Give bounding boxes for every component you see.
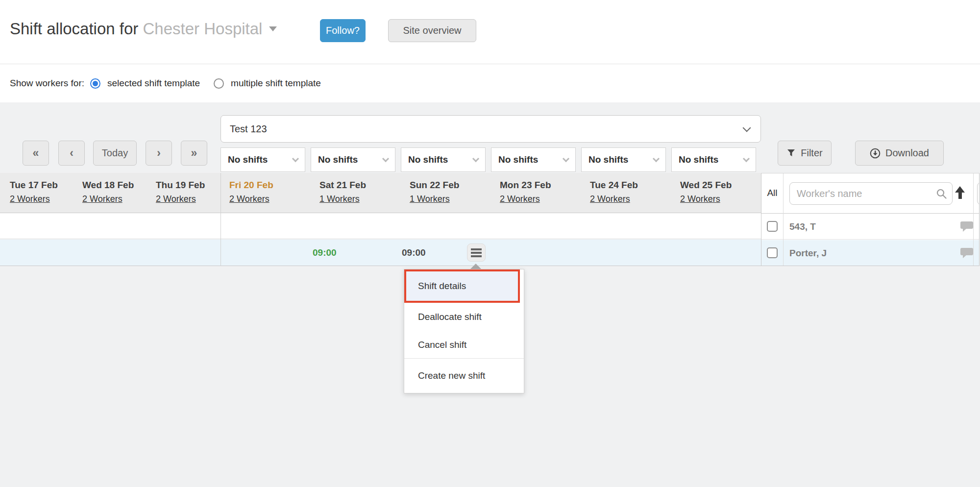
workers-link[interactable]: 2 Workers [229,194,270,204]
hamburger-icon [471,248,482,250]
shift-dropdown-value: No shifts [498,154,538,165]
shift-dropdown-sun[interactable]: No shifts [401,147,486,172]
page-title: Shift allocation for Chester Hospital [10,20,277,38]
sort-ascending-icon[interactable] [955,186,965,200]
schedule-row-543t [0,213,761,239]
shift-dropdown-sat[interactable]: No shifts [311,147,395,172]
filter-button-label: Filter [801,147,822,159]
menu-item-shift-details[interactable]: Shift details [404,269,520,303]
day-date: Tue 24 Feb [590,180,671,191]
nav-today-button[interactable]: Today [93,141,137,166]
grid-divider [220,173,221,266]
day-column-sat21: Sat 21 Feb 1 Workers [311,173,401,213]
site-name: Chester Hospital [143,20,262,38]
menu-item-cancel-shift[interactable]: Cancel shift [404,331,524,358]
schedule-row-porterj [0,240,761,266]
day-column-fri20-today: Fri 20 Feb 2 Workers [220,173,311,213]
filter-icon [786,148,796,158]
chevron-down-icon [472,155,479,162]
panel-divider [973,173,974,266]
day-column-mon23: Mon 23 Feb 2 Workers [491,173,581,213]
day-column-tue24: Tue 24 Feb 2 Workers [581,173,671,213]
shift-dropdown-value: No shifts [318,154,358,165]
cutoff-control [977,182,980,205]
worker-search-input[interactable] [789,182,953,205]
shift-dropdown-fri[interactable]: No shifts [220,147,305,172]
day-date: Wed 18 Feb [82,180,147,191]
filter-button[interactable]: Filter [778,141,832,166]
workers-link[interactable]: 1 Workers [410,194,450,204]
workers-link[interactable]: 2 Workers [500,194,540,204]
radio-label-selected: selected shift template [107,78,200,89]
shift-context-menu: Shift details Deallocate shift Cancel sh… [404,269,524,393]
panel-divider [783,173,784,266]
nav-first-button[interactable]: « [23,141,49,166]
workers-link[interactable]: 2 Workers [82,194,122,204]
day-column-wed25: Wed 25 Feb 2 Workers [671,173,761,213]
workers-panel-header: All [761,173,980,214]
shift-dropdown-value: No shifts [408,154,448,165]
site-dropdown-caret-icon[interactable] [269,26,277,31]
show-workers-row: Show workers for: selected shift templat… [0,64,980,102]
all-column-header: All [761,188,783,198]
comment-icon[interactable] [960,221,974,232]
shift-template-select[interactable]: Test 123 [220,115,761,143]
worker-name: Porter, J [789,248,827,259]
chevron-down-icon [743,124,751,132]
shift-dropdown-mon[interactable]: No shifts [491,147,576,172]
worker-checkbox[interactable] [767,221,778,232]
day-date: Fri 20 Feb [229,180,311,191]
day-date: Thu 19 Feb [156,180,220,191]
day-date: Sat 21 Feb [319,180,401,191]
shift-time-sun[interactable]: 09:00 [402,240,426,266]
workers-link[interactable]: 2 Workers [156,194,196,204]
worker-row-porterj: Porter, J [761,240,980,266]
worker-name: 543, T [789,221,816,232]
workers-link[interactable]: 2 Workers [590,194,630,204]
nav-last-button[interactable]: » [181,141,207,166]
radio-multiple-shift-template[interactable] [214,78,224,89]
day-column-tue17: Tue 17 Feb 2 Workers [0,173,74,213]
app-header: Shift allocation for Chester Hospital Fo… [0,0,980,64]
date-header-row: Tue 17 Feb 2 Workers Wed 18 Feb 2 Worker… [0,173,761,213]
chevron-down-icon [743,155,750,162]
chevron-down-icon [292,155,299,162]
radio-selected-shift-template[interactable] [90,78,100,89]
menu-tail-triangle-icon [470,264,481,269]
shift-dropdown-value: No shifts [679,154,718,165]
day-date: Tue 17 Feb [10,180,74,191]
worker-checkbox[interactable] [767,247,778,258]
day-column-thu19: Thu 19 Feb 2 Workers [147,173,220,213]
radio-label-multiple: multiple shift template [231,78,321,89]
site-overview-button[interactable]: Site overview [388,19,476,42]
workers-link[interactable]: 1 Workers [319,194,360,204]
workers-link[interactable]: 2 Workers [680,194,720,204]
day-column-wed18: Wed 18 Feb 2 Workers [74,173,147,213]
nav-next-button[interactable]: › [146,141,172,166]
download-icon [870,148,881,159]
page-title-prefix: Shift allocation for [10,20,138,38]
worker-row-543t: 543, T [761,214,980,240]
follow-button[interactable]: Follow? [320,19,366,42]
download-button[interactable]: Download [855,141,944,166]
shift-time-sat[interactable]: 09:00 [313,240,337,266]
chevron-down-icon [653,155,660,162]
day-date: Wed 25 Feb [680,180,761,191]
radio-dot [93,81,98,86]
nav-prev-button[interactable]: ‹ [58,141,85,166]
menu-item-deallocate-shift[interactable]: Deallocate shift [404,303,524,331]
workers-panel: All 543, T Porter, J [761,173,980,266]
menu-item-create-new-shift[interactable]: Create new shift [404,359,524,393]
shift-dropdown-tue[interactable]: No shifts [581,147,666,172]
shift-template-select-value: Test 123 [230,123,267,135]
shift-dropdown-wed[interactable]: No shifts [671,147,756,172]
day-column-sun22: Sun 22 Feb 1 Workers [401,173,491,213]
chevron-down-icon [382,155,389,162]
shift-menu-button[interactable] [467,244,486,262]
workers-link[interactable]: 2 Workers [10,194,50,204]
comment-icon[interactable] [960,247,974,259]
day-date: Sun 22 Feb [410,180,491,191]
shift-dropdown-value: No shifts [228,154,268,165]
search-icon[interactable] [936,188,948,200]
shift-dropdown-value: No shifts [588,154,628,165]
